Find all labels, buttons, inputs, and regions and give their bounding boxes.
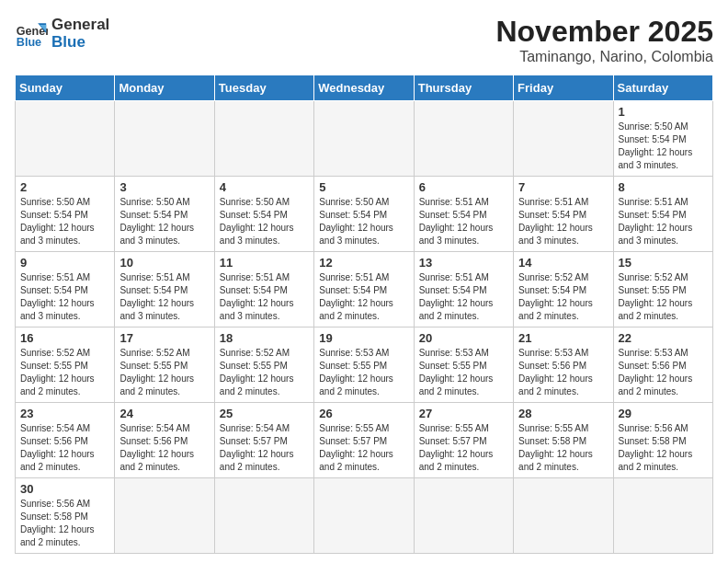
calendar-cell (115, 478, 214, 554)
calendar-cell: 18Sunrise: 5:52 AM Sunset: 5:55 PM Dayli… (214, 327, 313, 403)
day-info: Sunrise: 5:50 AM Sunset: 5:54 PM Dayligh… (20, 196, 109, 247)
calendar-table: SundayMondayTuesdayWednesdayThursdayFrid… (15, 75, 713, 554)
day-info: Sunrise: 5:53 AM Sunset: 5:55 PM Dayligh… (319, 347, 408, 398)
calendar-cell: 25Sunrise: 5:54 AM Sunset: 5:57 PM Dayli… (214, 403, 313, 478)
header-friday: Friday (514, 75, 613, 101)
day-number: 6 (419, 180, 508, 194)
day-info: Sunrise: 5:51 AM Sunset: 5:54 PM Dayligh… (119, 271, 209, 323)
calendar-week-0: 1Sunrise: 5:50 AM Sunset: 5:54 PM Daylig… (16, 101, 713, 177)
calendar-cell: 24Sunrise: 5:54 AM Sunset: 5:56 PM Dayli… (115, 403, 214, 478)
day-info: Sunrise: 5:56 AM Sunset: 5:58 PM Dayligh… (619, 422, 708, 474)
calendar-cell: 10Sunrise: 5:51 AM Sunset: 5:54 PM Dayli… (115, 252, 214, 327)
day-info: Sunrise: 5:52 AM Sunset: 5:55 PM Dayligh… (20, 347, 109, 398)
header-saturday: Saturday (613, 75, 712, 101)
calendar-header-row: SundayMondayTuesdayWednesdayThursdayFrid… (16, 75, 713, 101)
calendar-cell: 19Sunrise: 5:53 AM Sunset: 5:55 PM Dayli… (314, 327, 414, 403)
calendar-week-2: 9Sunrise: 5:51 AM Sunset: 5:54 PM Daylig… (16, 252, 713, 327)
day-number: 25 (220, 407, 309, 420)
day-number: 19 (319, 331, 408, 345)
calendar-cell: 2Sunrise: 5:50 AM Sunset: 5:54 PM Daylig… (16, 177, 115, 252)
day-info: Sunrise: 5:52 AM Sunset: 5:55 PM Dayligh… (119, 347, 209, 398)
day-number: 7 (518, 180, 608, 194)
day-number: 1 (619, 105, 708, 119)
day-number: 30 (20, 482, 109, 496)
day-info: Sunrise: 5:55 AM Sunset: 5:58 PM Dayligh… (518, 422, 608, 474)
calendar-cell: 21Sunrise: 5:53 AM Sunset: 5:56 PM Dayli… (514, 327, 613, 403)
day-info: Sunrise: 5:53 AM Sunset: 5:55 PM Dayligh… (419, 347, 508, 398)
calendar-cell: 27Sunrise: 5:55 AM Sunset: 5:57 PM Dayli… (414, 403, 513, 478)
day-info: Sunrise: 5:51 AM Sunset: 5:54 PM Dayligh… (518, 196, 608, 247)
day-info: Sunrise: 5:54 AM Sunset: 5:56 PM Dayligh… (20, 422, 109, 474)
calendar-cell: 3Sunrise: 5:50 AM Sunset: 5:54 PM Daylig… (115, 177, 214, 252)
header-monday: Monday (115, 75, 214, 101)
day-info: Sunrise: 5:50 AM Sunset: 5:54 PM Dayligh… (619, 121, 708, 172)
day-number: 2 (20, 180, 109, 194)
page-header: General Blue General Blue November 2025 … (15, 15, 713, 65)
calendar-cell (314, 478, 414, 554)
calendar-cell: 6Sunrise: 5:51 AM Sunset: 5:54 PM Daylig… (414, 177, 513, 252)
calendar-cell: 12Sunrise: 5:51 AM Sunset: 5:54 PM Dayli… (314, 252, 414, 327)
calendar-cell: 28Sunrise: 5:55 AM Sunset: 5:58 PM Dayli… (514, 403, 613, 478)
day-number: 27 (419, 407, 508, 420)
day-number: 24 (119, 407, 209, 420)
calendar-body: 1Sunrise: 5:50 AM Sunset: 5:54 PM Daylig… (16, 101, 713, 554)
day-info: Sunrise: 5:54 AM Sunset: 5:56 PM Dayligh… (119, 422, 209, 474)
calendar-cell (115, 101, 214, 177)
header-sunday: Sunday (16, 75, 115, 101)
day-info: Sunrise: 5:52 AM Sunset: 5:55 PM Dayligh… (220, 347, 309, 398)
day-number: 3 (119, 180, 209, 194)
day-number: 9 (20, 256, 109, 270)
location: Taminango, Narino, Colombia (495, 49, 713, 65)
logo: General Blue General Blue (15, 15, 109, 51)
day-info: Sunrise: 5:51 AM Sunset: 5:54 PM Dayligh… (419, 196, 508, 247)
day-number: 22 (619, 331, 708, 345)
calendar-week-4: 23Sunrise: 5:54 AM Sunset: 5:56 PM Dayli… (16, 403, 713, 478)
day-number: 16 (20, 331, 109, 345)
calendar-cell: 13Sunrise: 5:51 AM Sunset: 5:54 PM Dayli… (414, 252, 513, 327)
day-number: 11 (220, 256, 309, 270)
calendar-cell (414, 101, 513, 177)
calendar-cell (214, 478, 313, 554)
day-info: Sunrise: 5:55 AM Sunset: 5:57 PM Dayligh… (419, 422, 508, 474)
calendar-cell (613, 478, 712, 554)
day-info: Sunrise: 5:53 AM Sunset: 5:56 PM Dayligh… (619, 347, 708, 398)
day-number: 15 (619, 256, 708, 270)
day-number: 26 (319, 407, 408, 420)
day-number: 13 (419, 256, 508, 270)
day-info: Sunrise: 5:51 AM Sunset: 5:54 PM Dayligh… (20, 271, 109, 323)
calendar-cell: 20Sunrise: 5:53 AM Sunset: 5:55 PM Dayli… (414, 327, 513, 403)
calendar-cell: 11Sunrise: 5:51 AM Sunset: 5:54 PM Dayli… (214, 252, 313, 327)
calendar-cell: 16Sunrise: 5:52 AM Sunset: 5:55 PM Dayli… (16, 327, 115, 403)
day-info: Sunrise: 5:50 AM Sunset: 5:54 PM Dayligh… (319, 196, 408, 247)
calendar-cell: 5Sunrise: 5:50 AM Sunset: 5:54 PM Daylig… (314, 177, 414, 252)
day-number: 23 (20, 407, 109, 420)
day-number: 12 (319, 256, 408, 270)
calendar-cell: 29Sunrise: 5:56 AM Sunset: 5:58 PM Dayli… (613, 403, 712, 478)
calendar-cell (214, 101, 313, 177)
day-number: 28 (518, 407, 608, 420)
day-info: Sunrise: 5:51 AM Sunset: 5:54 PM Dayligh… (319, 271, 408, 323)
calendar-cell (314, 101, 414, 177)
calendar-week-5: 30Sunrise: 5:56 AM Sunset: 5:58 PM Dayli… (16, 478, 713, 554)
calendar-cell (514, 101, 613, 177)
header-wednesday: Wednesday (314, 75, 414, 101)
day-number: 14 (518, 256, 608, 270)
header-tuesday: Tuesday (214, 75, 313, 101)
calendar-cell: 9Sunrise: 5:51 AM Sunset: 5:54 PM Daylig… (16, 252, 115, 327)
day-number: 29 (619, 407, 708, 420)
day-number: 20 (419, 331, 508, 345)
day-number: 10 (119, 256, 209, 270)
day-info: Sunrise: 5:52 AM Sunset: 5:54 PM Dayligh… (518, 271, 608, 323)
day-info: Sunrise: 5:52 AM Sunset: 5:55 PM Dayligh… (619, 271, 708, 323)
calendar-cell: 23Sunrise: 5:54 AM Sunset: 5:56 PM Dayli… (16, 403, 115, 478)
day-info: Sunrise: 5:53 AM Sunset: 5:56 PM Dayligh… (518, 347, 608, 398)
calendar-cell: 17Sunrise: 5:52 AM Sunset: 5:55 PM Dayli… (115, 327, 214, 403)
calendar-week-3: 16Sunrise: 5:52 AM Sunset: 5:55 PM Dayli… (16, 327, 713, 403)
logo-blue: Blue (51, 34, 109, 52)
calendar-cell (414, 478, 513, 554)
calendar-cell: 22Sunrise: 5:53 AM Sunset: 5:56 PM Dayli… (613, 327, 712, 403)
day-number: 18 (220, 331, 309, 345)
calendar-cell: 7Sunrise: 5:51 AM Sunset: 5:54 PM Daylig… (514, 177, 613, 252)
calendar-cell: 30Sunrise: 5:56 AM Sunset: 5:58 PM Dayli… (16, 478, 115, 554)
day-number: 21 (518, 331, 608, 345)
